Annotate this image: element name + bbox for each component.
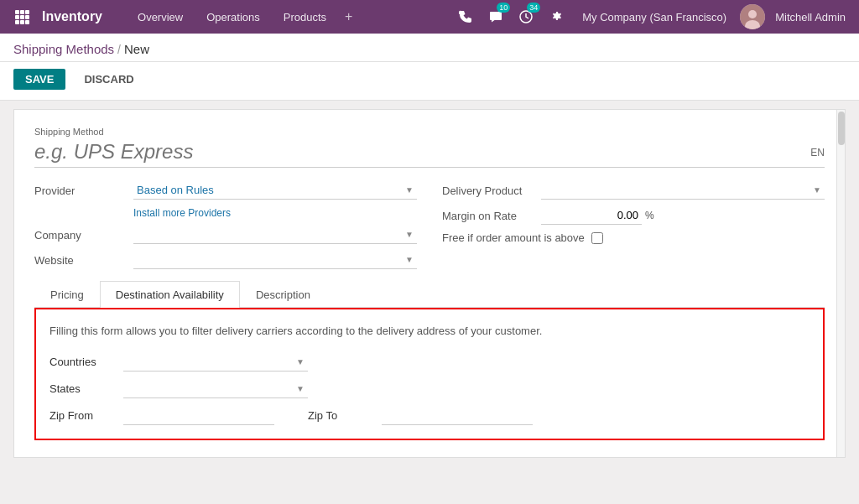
margin-label: Margin on Rate — [442, 210, 534, 222]
breadcrumb-bar: Shipping Methods / New — [0, 34, 859, 62]
svg-rect-2 — [25, 10, 29, 14]
countries-select[interactable]: ▼ — [123, 353, 308, 372]
svg-rect-5 — [25, 15, 29, 19]
provider-select[interactable]: Based on Rules ▼ — [133, 181, 417, 200]
user-name[interactable]: Mitchell Admin — [770, 11, 851, 23]
svg-rect-3 — [15, 15, 19, 19]
main-content: Shipping Method EN Provider Based on Rul… — [0, 101, 859, 496]
nav-products[interactable]: Products — [272, 0, 338, 34]
svg-rect-1 — [20, 10, 24, 14]
lang-badge[interactable]: EN — [810, 147, 825, 164]
provider-row: Provider Based on Rules ▼ — [34, 181, 417, 200]
svg-rect-7 — [20, 20, 24, 24]
margin-input[interactable] — [541, 206, 642, 225]
svg-rect-8 — [25, 20, 29, 24]
activity-badge: 34 — [527, 3, 540, 13]
app-title: Inventory — [35, 9, 109, 24]
shipping-name-input[interactable] — [34, 140, 797, 164]
shipping-method-label: Shipping Method — [34, 127, 825, 137]
destination-availability-content: Filling this form allows you to filter d… — [34, 308, 825, 440]
scrollbar-track[interactable] — [836, 110, 845, 457]
nav-add-icon[interactable]: + — [338, 0, 359, 34]
website-row: Website ▼ — [34, 251, 417, 269]
margin-pct: % — [645, 210, 654, 221]
tabs-bar: Pricing Destination Availability Descrip… — [34, 281, 825, 308]
countries-row: Countries ▼ — [49, 353, 810, 372]
navbar-left: Inventory Overview Operations Products + — [8, 0, 453, 34]
zip-to-group: Zip To — [308, 407, 533, 425]
form-card: Shipping Method EN Provider Based on Rul… — [13, 109, 846, 458]
company-name[interactable]: My Company (San Francisco) — [574, 11, 735, 23]
delivery-product-select[interactable]: ▼ — [541, 181, 825, 200]
zip-from-label: Zip From — [49, 409, 117, 422]
chat-badge: 10 — [497, 3, 510, 13]
countries-dropdown-arrow: ▼ — [296, 357, 305, 366]
company-row: Company ▼ — [34, 226, 417, 244]
breadcrumb-current: New — [124, 42, 149, 56]
countries-label: Countries — [49, 356, 117, 368]
tab-destination-availability[interactable]: Destination Availability — [100, 281, 240, 308]
free-order-row: Free if order amount is above — [442, 231, 825, 246]
svg-rect-0 — [15, 10, 19, 14]
nav-overview[interactable]: Overview — [126, 0, 195, 34]
provider-value: Based on Rules — [137, 184, 214, 196]
delivery-product-arrow: ▼ — [813, 185, 821, 195]
website-dropdown-arrow: ▼ — [405, 255, 414, 264]
action-bar: SAVE DISCARD — [0, 62, 859, 101]
scrollbar-thumb[interactable] — [838, 112, 845, 145]
provider-dropdown-arrow: ▼ — [405, 185, 414, 195]
tab-pricing[interactable]: Pricing — [34, 281, 100, 308]
zip-from-input[interactable] — [123, 407, 274, 425]
delivery-product-label: Delivery Product — [442, 184, 534, 197]
tab-description[interactable]: Description — [240, 281, 326, 308]
zip-to-input[interactable] — [382, 407, 533, 425]
states-label: States — [49, 382, 117, 395]
states-select[interactable]: ▼ — [123, 380, 308, 398]
states-dropdown-arrow: ▼ — [296, 384, 305, 393]
nav-operations[interactable]: Operations — [195, 0, 272, 34]
margin-input-wrap: % — [541, 206, 825, 225]
breadcrumb: Shipping Methods / New — [13, 42, 846, 56]
phone-icon[interactable] — [453, 4, 478, 29]
user-avatar[interactable] — [740, 4, 765, 29]
breadcrumb-separator: / — [117, 43, 121, 56]
grid-icon[interactable] — [8, 0, 35, 34]
svg-point-11 — [748, 10, 757, 18]
provider-label: Provider — [34, 184, 127, 197]
free-order-checkbox[interactable] — [591, 232, 603, 244]
website-label: Website — [34, 254, 127, 267]
settings-icon[interactable] — [544, 4, 569, 29]
zip-row: Zip From Zip To — [49, 407, 810, 425]
company-dropdown-arrow: ▼ — [405, 230, 414, 239]
company-select[interactable]: ▼ — [133, 226, 417, 244]
discard-button[interactable]: DISCARD — [72, 69, 145, 90]
svg-rect-4 — [20, 15, 24, 19]
delivery-product-row: Delivery Product ▼ — [442, 181, 825, 200]
activity-icon[interactable]: 34 — [513, 4, 539, 29]
free-order-checkbox-wrap — [591, 232, 603, 244]
zip-to-label: Zip To — [308, 409, 375, 422]
navbar: Inventory Overview Operations Products +… — [0, 0, 859, 34]
install-providers-link[interactable]: Install more Providers — [133, 207, 231, 219]
destination-description: Filling this form allows you to filter d… — [49, 323, 810, 340]
states-row: States ▼ — [49, 380, 810, 398]
navbar-right: 10 34 My Company (San Francisco) Mitchel… — [453, 4, 851, 29]
website-select[interactable]: ▼ — [133, 251, 417, 269]
breadcrumb-parent[interactable]: Shipping Methods — [13, 42, 114, 56]
save-button[interactable]: SAVE — [13, 69, 65, 90]
name-row: EN — [34, 140, 825, 168]
free-order-label: Free if order amount is above — [442, 231, 585, 246]
chat-icon[interactable]: 10 — [483, 4, 508, 29]
svg-rect-6 — [15, 20, 19, 24]
margin-row: Margin on Rate % — [442, 206, 825, 225]
zip-from-group: Zip From — [49, 407, 274, 425]
company-label: Company — [34, 229, 127, 242]
